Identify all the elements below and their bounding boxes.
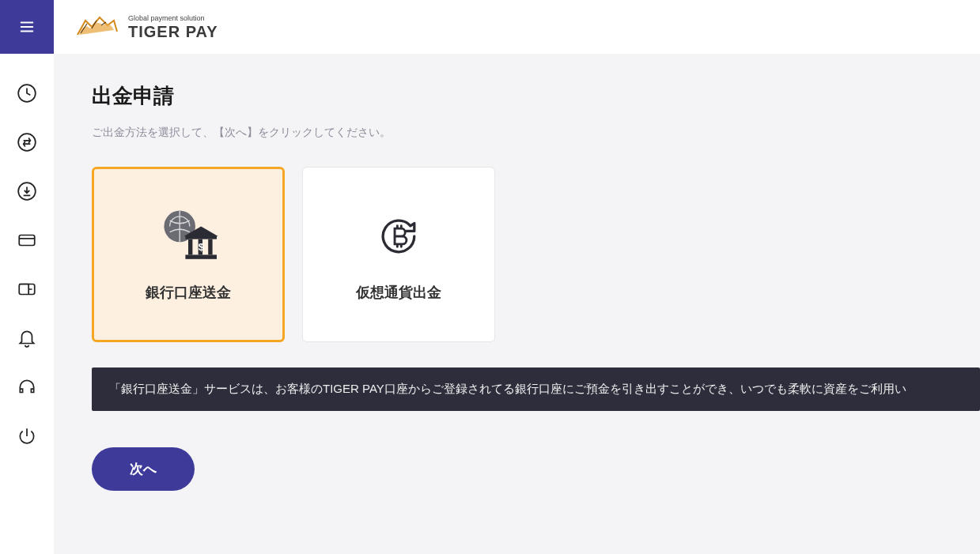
- nav-item-history[interactable]: [16, 82, 38, 104]
- option-crypto[interactable]: 仮想通貨出金: [302, 167, 495, 342]
- svg-point-1: [18, 134, 36, 151]
- logo-title: TIGER PAY: [128, 24, 218, 40]
- nav-item-support[interactable]: [16, 376, 38, 398]
- withdrawal-options: $ 銀行口座送金 仮想通貨出金: [92, 167, 980, 342]
- nav-item-logout[interactable]: [16, 425, 38, 447]
- exchange-icon: [17, 132, 37, 153]
- logo-text: Global payment solution TIGER PAY: [128, 15, 218, 40]
- next-button[interactable]: 次へ: [92, 447, 195, 491]
- card-icon: [17, 230, 37, 251]
- bell-icon: [17, 328, 37, 349]
- option-bank-transfer[interactable]: $ 銀行口座送金: [92, 167, 285, 342]
- page-subtitle: ご出金方法を選択して、【次へ】をクリックしてください。: [92, 126, 980, 140]
- svg-rect-7: [188, 239, 192, 255]
- withdraw-circle-icon: [17, 181, 37, 202]
- svg-rect-3: [19, 236, 35, 246]
- logo[interactable]: Global payment solution TIGER PAY: [73, 11, 218, 43]
- wallet-icon: [17, 279, 37, 300]
- tiger-logo-icon: [73, 11, 120, 43]
- nav-item-notifications[interactable]: [16, 327, 38, 349]
- svg-rect-4: [19, 285, 35, 295]
- headset-icon: [17, 377, 37, 398]
- nav-item-withdraw[interactable]: [16, 180, 38, 202]
- nav-item-wallet[interactable]: [16, 278, 38, 300]
- option-bank-label: 銀行口座送金: [146, 283, 231, 302]
- clock-icon: [17, 83, 37, 104]
- page-title: 出金申請: [92, 82, 980, 110]
- main-content: 出金申請 ご出金方法を選択して、【次へ】をクリックしてください。 $: [54, 54, 980, 554]
- power-icon: [17, 426, 37, 447]
- sidebar: [0, 54, 54, 554]
- hamburger-icon: [18, 18, 36, 36]
- nav-item-exchange[interactable]: [16, 131, 38, 153]
- header: Global payment solution TIGER PAY: [0, 0, 980, 54]
- option-description-tooltip: 「銀行口座送金」サービスは、お客様のTIGER PAY口座からご登録されてる銀行…: [92, 367, 980, 411]
- svg-rect-9: [208, 239, 212, 255]
- option-crypto-label: 仮想通貨出金: [356, 283, 441, 302]
- svg-text:$: $: [199, 242, 204, 253]
- bitcoin-refresh-icon: [363, 207, 434, 266]
- hamburger-menu-button[interactable]: [0, 0, 54, 54]
- svg-rect-10: [185, 254, 217, 258]
- logo-tagline: Global payment solution: [128, 15, 218, 22]
- bank-globe-icon: $: [153, 207, 224, 266]
- nav-item-card[interactable]: [16, 229, 38, 251]
- svg-rect-6: [185, 236, 217, 239]
